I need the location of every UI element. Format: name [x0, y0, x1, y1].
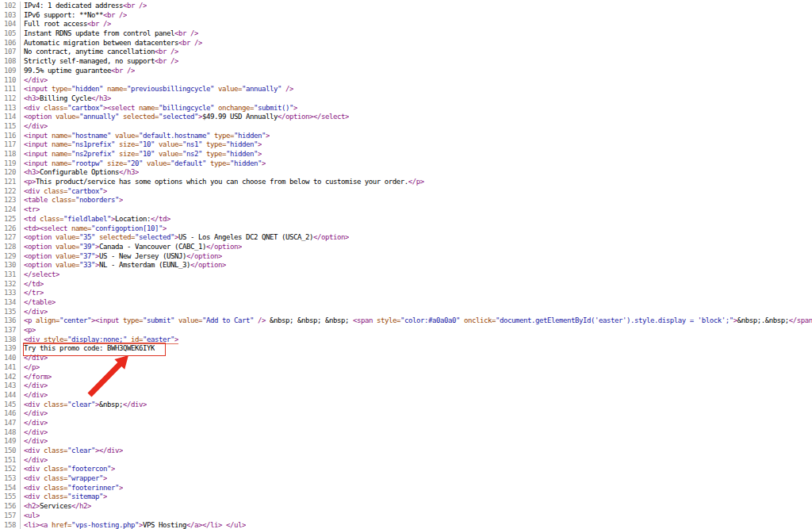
line-number: 111: [0, 85, 21, 94]
line-number: 138: [0, 335, 21, 345]
source-code-listing: 102IPv4: 1 dedicated address<br />103IPv…: [0, 2, 812, 529]
source-line: 107No contract, anytime cancellation<br …: [0, 48, 812, 57]
source-line-code: <option value="35" selected="selected">U…: [21, 233, 349, 243]
source-line-code: <div class="cartbox">: [21, 187, 107, 197]
red-arrow-annotation: [75, 349, 139, 404]
line-number: 137: [0, 326, 21, 335]
line-number: 105: [0, 29, 21, 39]
source-line: 110</div>: [0, 76, 812, 86]
line-number: 148: [0, 428, 21, 438]
line-number: 132: [0, 280, 21, 289]
line-number: 140: [0, 354, 21, 363]
source-line-code: </form>: [21, 373, 52, 382]
source-line: 149</div>: [0, 437, 812, 447]
source-line-code: <div class="clear"></div>: [21, 447, 123, 456]
source-line: 114<option value="annually" selected="se…: [0, 113, 812, 122]
source-line-code: </div>: [21, 354, 48, 363]
source-line-code: </p>: [21, 363, 40, 373]
source-line-code: </div>: [21, 419, 48, 428]
line-number: 116: [0, 132, 21, 141]
source-line: 155<div class="sitemap">: [0, 493, 812, 502]
source-line-code: IPv6 support: **No**<br />: [21, 11, 127, 21]
line-number: 122: [0, 187, 21, 197]
line-number: 103: [0, 11, 21, 21]
line-number: 153: [0, 474, 21, 484]
line-number: 155: [0, 493, 21, 502]
source-line-code: <td class="fieldlabel">Location:</td>: [21, 215, 170, 224]
line-number: 152: [0, 465, 21, 474]
source-line: 113<div class="cartbox"><select name="bi…: [0, 104, 812, 113]
source-line-code: <input name="ns2prefix" size="10" value=…: [21, 150, 262, 159]
source-line-code: Full root access<br />: [21, 20, 111, 29]
source-line: 10999.5% uptime guarantee<br />: [0, 67, 812, 76]
line-number: 130: [0, 261, 21, 270]
source-line: 156<h2>Services</h2>: [0, 502, 812, 512]
source-line-code: </div>: [21, 76, 48, 86]
source-line: 151</div>: [0, 456, 812, 466]
source-line: 136<p align="center"><input type="submit…: [0, 316, 812, 326]
source-line-code: 99.5% uptime guarantee<br />: [21, 67, 135, 76]
line-number: 115: [0, 122, 21, 132]
source-line: 128<option value="39">Canada - Vancouver…: [0, 243, 812, 252]
source-line-code: Strictly self-managed, no support<br />: [21, 57, 178, 67]
source-line-code: </div>: [21, 409, 48, 419]
line-number: 145: [0, 401, 21, 410]
source-line-code: <option value="annually" selected="selec…: [21, 113, 349, 122]
source-line-code: </div>: [21, 428, 48, 438]
source-line-code: <input name="rootpw" size="20" value="de…: [21, 159, 266, 169]
line-number: 110: [0, 76, 21, 86]
source-line: 150<div class="clear"></div>: [0, 447, 812, 456]
source-line: 126<td><select name="configoption[10]">: [0, 224, 812, 234]
line-number: 136: [0, 316, 21, 326]
line-number: 131: [0, 270, 21, 280]
source-line-code: <div style="display:none;" id="easter">: [21, 335, 178, 345]
line-number: 125: [0, 215, 21, 224]
view-source-page: 102IPv4: 1 dedicated address<br />103IPv…: [0, 0, 812, 529]
line-number: 147: [0, 419, 21, 428]
source-line-code: <h2>Services</h2>: [21, 502, 91, 512]
source-line-code: </div>: [21, 381, 48, 391]
source-line-code: No contract, anytime cancellation<br />: [21, 48, 178, 57]
red-underlined-code: <div style="display:none;" id="easter">: [24, 335, 178, 344]
source-line-code: <h3>Configurable Options</h3>: [21, 168, 139, 178]
line-number: 108: [0, 57, 21, 67]
source-line: 147</div>: [0, 419, 812, 428]
source-line-code: </div>: [21, 122, 48, 132]
line-number: 129: [0, 252, 21, 262]
source-line: 116<input name="hostname" value="default…: [0, 132, 812, 141]
source-line-code: <div class="footercon">: [21, 465, 115, 474]
line-number: 127: [0, 233, 21, 243]
line-number: 121: [0, 178, 21, 187]
line-number: 151: [0, 456, 21, 466]
source-line-code: </div>: [21, 456, 48, 466]
source-line-code: <p align="center"><input type="submit" v…: [21, 316, 812, 326]
source-line: 157<ul>: [0, 512, 812, 521]
source-line: 112<h3>Billing Cycle</h3>: [0, 94, 812, 104]
source-line-code: <div class="cartbox"><select name="billi…: [21, 104, 297, 113]
source-line: 103IPv6 support: **No**<br />: [0, 11, 812, 21]
line-number: 142: [0, 373, 21, 382]
source-line-code: </div>: [21, 308, 48, 317]
source-line: 132</td>: [0, 280, 812, 289]
source-line: 146</div>: [0, 409, 812, 419]
line-number: 146: [0, 409, 21, 419]
source-line-code: </div>: [21, 391, 48, 401]
line-number: 120: [0, 168, 21, 178]
line-number: 123: [0, 196, 21, 205]
source-line: 102IPv4: 1 dedicated address<br />: [0, 2, 812, 11]
source-line: 137<p>: [0, 326, 812, 335]
source-line: 105Instant RDNS update from control pane…: [0, 29, 812, 39]
line-number: 156: [0, 502, 21, 512]
source-line: 154<div class="footerinner">: [0, 484, 812, 493]
line-number: 144: [0, 391, 21, 401]
line-number: 143: [0, 381, 21, 391]
source-line: 119<input name="rootpw" size="20" value=…: [0, 159, 812, 169]
source-line: 115</div>: [0, 122, 812, 132]
line-number: 106: [0, 39, 21, 48]
line-number: 149: [0, 437, 21, 447]
source-line-code: <input type="hidden" name="previousbilli…: [21, 85, 293, 94]
source-line: 138<div style="display:none;" id="easter…: [0, 335, 812, 345]
source-line-code: <div class="sitemap">: [21, 493, 107, 502]
line-number: 150: [0, 447, 21, 456]
source-line-code: <p>: [21, 326, 36, 335]
